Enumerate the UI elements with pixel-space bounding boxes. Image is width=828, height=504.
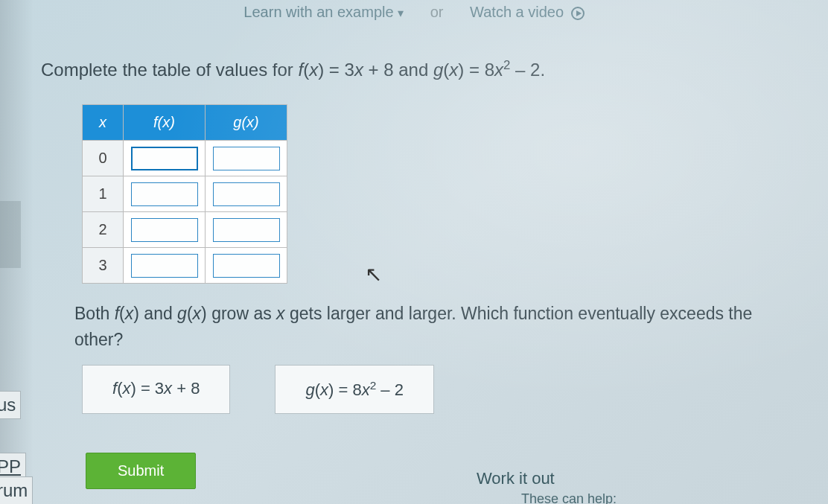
side-fragment-rum: rum	[0, 476, 33, 504]
choice-a-rhs: = 3	[136, 379, 164, 398]
x-cell: 0	[83, 141, 124, 176]
table-row: 3	[83, 248, 287, 284]
table-row: 1	[83, 176, 287, 212]
g-input-3[interactable]	[213, 254, 280, 278]
or-label: or	[430, 4, 444, 20]
side-fragment-us: us	[0, 391, 21, 419]
learn-example-label: Learn with an example	[243, 4, 393, 20]
q2-x3: x	[276, 304, 285, 323]
q2-x2: x	[193, 304, 202, 323]
g-input-2[interactable]	[213, 218, 280, 242]
exp-2: 2	[503, 58, 510, 72]
x-cell: 2	[83, 212, 124, 248]
x-symbol: x	[309, 60, 318, 80]
choice-a-f: f	[112, 379, 117, 398]
x-symbol-3: x	[449, 60, 458, 80]
eq1-mid: = 3	[324, 60, 354, 80]
f-input-1[interactable]	[131, 182, 198, 206]
g-input-0[interactable]	[213, 147, 280, 170]
question-prompt: Complete the table of values for f(x) = …	[41, 58, 545, 80]
choice-a-tail: + 8	[172, 379, 200, 398]
watch-video-label: Watch a video	[470, 4, 564, 20]
choice-b-tail: – 2	[376, 380, 404, 399]
choice-gx[interactable]: g(x) = 8x2 – 2	[275, 365, 433, 414]
learn-example-link[interactable]: Learn with an example ▾	[243, 4, 407, 20]
eq1-tail: + 8 and	[363, 60, 433, 80]
work-it-out-heading: Work it out	[477, 469, 555, 488]
choice-a-x: x	[122, 379, 130, 398]
f-symbol: f	[299, 60, 304, 80]
watch-video-link[interactable]: Watch a video	[470, 4, 585, 20]
f-input-3[interactable]	[131, 254, 198, 278]
choice-b-rhs: = 8	[334, 380, 361, 399]
choice-fx[interactable]: f(x) = 3x + 8	[82, 365, 230, 414]
x-cell: 3	[83, 248, 124, 284]
submit-button[interactable]: Submit	[86, 453, 196, 489]
play-icon	[571, 7, 585, 20]
table-row: 2	[83, 212, 287, 248]
cursor-icon: ↖	[365, 262, 382, 287]
values-table: x f(x) g(x) 0 1 2 3	[82, 104, 287, 284]
x-symbol-4: x	[494, 60, 503, 80]
header-gx: g(x)	[206, 105, 287, 141]
x-symbol-2: x	[354, 60, 363, 80]
header-x: x	[83, 105, 124, 141]
q2-f: f	[115, 304, 119, 323]
answer-choices: f(x) = 3x + 8 g(x) = 8x2 – 2	[82, 365, 434, 414]
f-input-0[interactable]	[131, 147, 198, 170]
choice-a-x2: x	[164, 379, 172, 398]
eq2-tail: – 2.	[510, 60, 545, 80]
q2-p1: Both	[74, 304, 115, 323]
q2-mid2: grow as	[207, 304, 276, 323]
g-symbol: g	[433, 60, 443, 80]
question-part2: Both f(x) and g(x) grow as x gets larger…	[74, 301, 776, 352]
f-input-2[interactable]	[131, 218, 198, 242]
table-row: 0	[83, 141, 287, 176]
choice-b-g: g	[305, 380, 314, 399]
g-input-1[interactable]	[213, 182, 280, 206]
top-help-links: Learn with an example ▾ or Watch a video	[0, 4, 828, 21]
x-cell: 1	[83, 176, 124, 212]
choice-b-x: x	[320, 380, 328, 399]
header-fx: f(x)	[124, 105, 206, 141]
choice-b-x2: x	[362, 380, 370, 399]
q2-mid1: and	[139, 304, 177, 323]
eq2-mid: = 8	[464, 60, 494, 80]
q2-g: g	[177, 304, 187, 323]
choice-b-exp: 2	[370, 379, 377, 392]
chevron-down-icon: ▾	[398, 6, 404, 20]
question-prefix: Complete the table of values for	[41, 60, 299, 80]
help-hint: These can help:	[521, 491, 617, 504]
q2-x1: x	[125, 304, 134, 323]
